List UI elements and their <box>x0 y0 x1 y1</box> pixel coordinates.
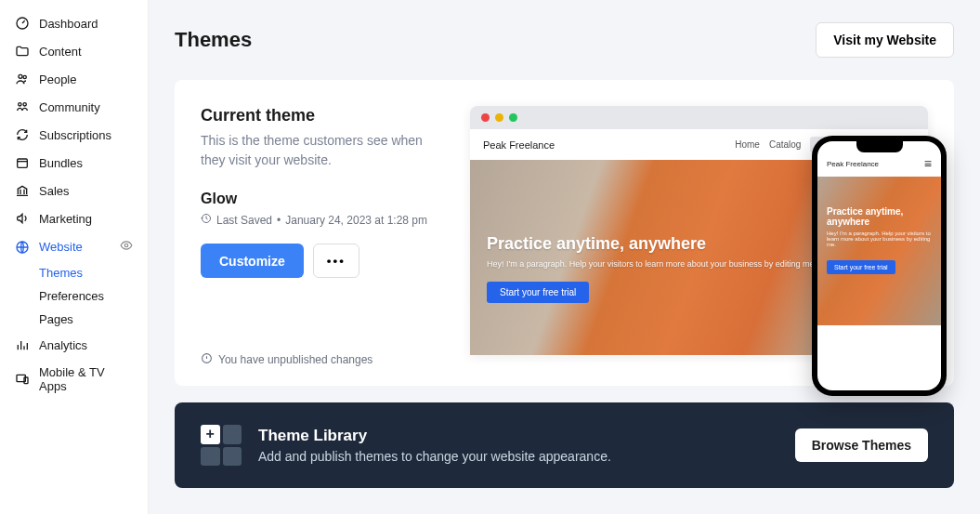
main-content: Themes Visit my Website Current theme Th… <box>149 0 980 514</box>
sidebar-item-label: Website <box>39 240 83 254</box>
gauge-icon <box>15 16 30 31</box>
sidebar-item-label: Subscriptions <box>39 128 111 142</box>
window-close-dot <box>481 113 490 122</box>
sidebar-item-subscriptions[interactable]: Subscriptions <box>0 121 148 149</box>
page-title: Themes <box>175 28 252 52</box>
sidebar: Dashboard Content People Community Subsc… <box>0 0 149 514</box>
info-icon <box>201 352 213 367</box>
svg-point-2 <box>23 75 26 78</box>
theme-library-title: Theme Library <box>258 427 778 445</box>
unpublished-text: You have unpublished changes <box>218 353 372 366</box>
sidebar-item-website[interactable]: Website <box>0 232 148 261</box>
sidebar-website-submenu: Themes Preferences Pages <box>0 261 148 331</box>
history-icon <box>201 213 212 227</box>
theme-preview: Peak Freelance Home Catalog Sign In Join… <box>470 106 928 367</box>
sidebar-item-label: People <box>39 72 76 86</box>
current-theme-heading: Current theme <box>201 106 433 125</box>
hamburger-icon: ≡ <box>924 156 932 171</box>
theme-library-icon: + <box>201 425 242 466</box>
package-icon <box>15 155 30 170</box>
chart-icon <box>15 337 30 352</box>
preview-nav-catalog: Catalog <box>769 139 801 150</box>
last-saved-date: January 24, 2023 at 1:28 pm <box>285 214 427 227</box>
svg-rect-5 <box>18 159 28 167</box>
last-saved-row: Last Saved • January 24, 2023 at 1:28 pm <box>201 213 433 227</box>
sidebar-item-label: Marketing <box>39 212 92 226</box>
current-theme-card: Current theme This is the theme customer… <box>175 80 954 386</box>
separator-dot: • <box>277 214 281 227</box>
sidebar-item-people[interactable]: People <box>0 65 148 93</box>
sidebar-item-label: Bundles <box>39 156 83 170</box>
browser-chrome <box>470 106 928 129</box>
page-header: Themes Visit my Website <box>175 22 954 58</box>
sidebar-item-label: Content <box>39 45 82 59</box>
people-icon <box>15 72 30 86</box>
bank-icon <box>15 183 30 198</box>
current-theme-description: This is the theme customers see when the… <box>201 131 433 170</box>
sidebar-item-content[interactable]: Content <box>0 37 148 65</box>
phone-cta-button: Start your free trial <box>827 260 895 274</box>
refresh-icon <box>15 127 30 142</box>
current-theme-info: Current theme This is the theme customer… <box>201 106 433 367</box>
phone-hero-subtitle: Hey! I'm a paragraph. Help your visitors… <box>827 231 932 247</box>
sidebar-item-community[interactable]: Community <box>0 93 148 121</box>
megaphone-icon <box>15 211 30 226</box>
phone-screen: 18:30 Peak Freelance ≡ Practice anytime,… <box>817 141 941 390</box>
svg-point-7 <box>124 244 128 247</box>
customize-button[interactable]: Customize <box>201 244 304 278</box>
sidebar-item-label: Dashboard <box>39 17 98 31</box>
theme-library-card: + Theme Library Add and publish themes t… <box>175 402 954 488</box>
sidebar-sub-themes[interactable]: Themes <box>39 261 148 284</box>
theme-actions: Customize ••• <box>201 244 433 278</box>
preview-cta-button: Start your free trial <box>487 282 589 303</box>
sidebar-item-label: Analytics <box>39 338 87 352</box>
phone-preview: 18:30 Peak Freelance ≡ Practice anytime,… <box>812 136 947 396</box>
sidebar-item-sales[interactable]: Sales <box>0 177 148 204</box>
svg-point-3 <box>19 103 21 106</box>
svg-point-4 <box>23 103 26 106</box>
sidebar-item-bundles[interactable]: Bundles <box>0 149 148 177</box>
sidebar-item-label: Sales <box>39 184 70 198</box>
sidebar-item-analytics[interactable]: Analytics <box>0 331 148 359</box>
visit-website-button[interactable]: Visit my Website <box>816 22 954 58</box>
theme-name: Glow <box>201 191 433 207</box>
sidebar-sub-pages[interactable]: Pages <box>39 308 148 331</box>
sidebar-item-marketing[interactable]: Marketing <box>0 204 148 232</box>
browse-themes-button[interactable]: Browse Themes <box>795 428 928 462</box>
sidebar-item-label: Community <box>39 100 100 114</box>
eye-icon <box>120 239 133 255</box>
sidebar-item-mobile-tv[interactable]: Mobile & TV Apps <box>0 359 148 400</box>
phone-status-time: 18:30 <box>825 144 842 151</box>
unpublished-notice: You have unpublished changes <box>201 352 433 367</box>
community-icon <box>15 99 30 114</box>
sidebar-item-dashboard[interactable]: Dashboard <box>0 9 148 37</box>
phone-hero: Practice anytime, anywhere Hey! I'm a pa… <box>817 177 941 325</box>
folder-icon <box>15 44 30 59</box>
sidebar-sub-preferences[interactable]: Preferences <box>39 284 148 308</box>
phone-site-logo: Peak Freelance <box>827 160 879 168</box>
preview-site-logo: Peak Freelance <box>483 139 555 151</box>
globe-icon <box>15 240 30 255</box>
plus-icon: + <box>201 425 220 444</box>
theme-library-text: Theme Library Add and publish themes to … <box>258 427 778 464</box>
devices-icon <box>15 372 30 387</box>
theme-library-description: Add and publish themes to change your we… <box>258 449 778 464</box>
more-actions-button[interactable]: ••• <box>313 244 359 278</box>
sidebar-item-label: Mobile & TV Apps <box>39 365 133 393</box>
svg-point-1 <box>19 74 22 78</box>
phone-notch <box>856 141 903 152</box>
window-minimize-dot <box>495 113 503 122</box>
window-maximize-dot <box>509 113 517 122</box>
last-saved-label: Last Saved <box>216 214 272 227</box>
phone-hero-title: Practice anytime, anywhere <box>827 206 932 227</box>
preview-nav-home: Home <box>735 139 760 150</box>
